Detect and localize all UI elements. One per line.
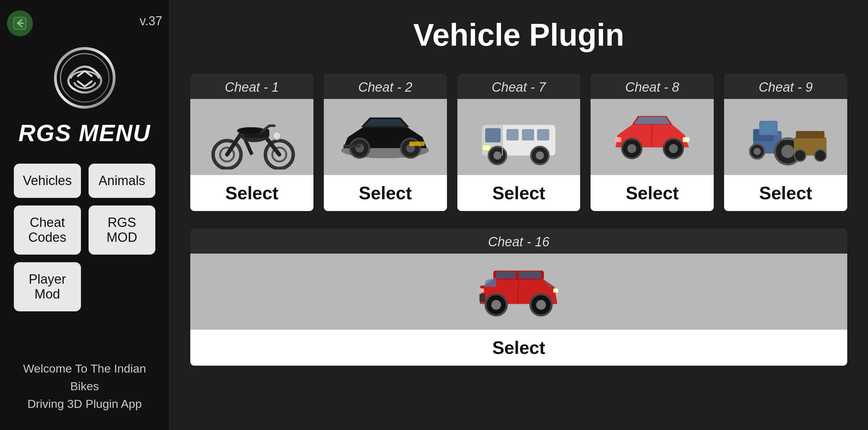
cheat-label-1: Cheat - 1 <box>190 74 313 99</box>
svg-point-32 <box>627 144 636 153</box>
player-mod-button[interactable]: Player Mod <box>14 262 81 311</box>
vehicles-row-1: Cheat - 1 <box>190 74 847 211</box>
welcome-line1: Welcome To The Indian Bikes <box>23 362 146 393</box>
svg-rect-18 <box>410 141 425 146</box>
svg-rect-52 <box>496 271 516 278</box>
svg-point-43 <box>781 145 794 158</box>
svg-rect-29 <box>483 145 490 150</box>
animals-button[interactable]: Animals <box>89 164 156 198</box>
svg-point-10 <box>237 127 262 134</box>
vehicle-image-3 <box>457 99 581 175</box>
sidebar: v.37 <box>0 0 170 430</box>
version-label: v.37 <box>140 14 162 28</box>
cheat-label-2: Cheat - 2 <box>324 74 447 99</box>
select-button-5[interactable]: Select <box>724 175 847 211</box>
select-button-4[interactable]: Select <box>591 175 714 211</box>
svg-rect-23 <box>522 129 534 140</box>
svg-point-45 <box>753 148 761 155</box>
svg-rect-60 <box>479 294 485 302</box>
vehicles-button[interactable]: Vehicles <box>14 164 81 198</box>
select-button-3[interactable]: Select <box>457 175 581 211</box>
sidebar-top: v.37 <box>7 10 162 36</box>
vehicle-card-3: Cheat - 7 <box>457 74 581 211</box>
svg-point-48 <box>794 150 806 161</box>
svg-point-57 <box>536 300 546 310</box>
svg-rect-41 <box>761 123 775 132</box>
vehicle-card-6: Cheat - 16 <box>190 228 847 366</box>
svg-rect-35 <box>683 137 689 142</box>
svg-rect-22 <box>506 129 519 140</box>
svg-point-11 <box>273 131 281 139</box>
cheat-label-6: Cheat - 16 <box>190 228 847 254</box>
svg-rect-36 <box>615 137 621 142</box>
vehicles-row-2: Cheat - 16 <box>190 228 847 366</box>
vehicle-image-2 <box>324 99 447 175</box>
svg-point-49 <box>815 150 826 161</box>
select-button-1[interactable]: Select <box>190 175 313 211</box>
vehicle-image-4 <box>591 99 714 175</box>
menu-title: RGS MENU <box>18 119 150 146</box>
nav-buttons-grid: Vehicles Animals Cheat Codes RGS MOD <box>7 164 162 255</box>
vehicle-image-1 <box>190 99 313 175</box>
vehicle-card-5: Cheat - 9 <box>724 74 847 211</box>
svg-rect-21 <box>485 128 501 142</box>
logo-container <box>54 47 116 112</box>
exit-button[interactable] <box>7 10 33 36</box>
main-content: Vehicle Plugin Cheat - 1 <box>170 0 868 430</box>
svg-point-55 <box>492 300 501 310</box>
cheat-label-4: Cheat - 8 <box>591 74 714 99</box>
svg-point-3 <box>61 54 109 102</box>
svg-rect-59 <box>479 289 484 293</box>
svg-point-26 <box>493 151 502 159</box>
vehicle-image-5 <box>724 99 847 175</box>
rgs-mod-button[interactable]: RGS MOD <box>89 205 156 255</box>
vehicle-card-1: Cheat - 1 <box>190 74 313 211</box>
cheat-label-3: Cheat - 7 <box>457 74 581 99</box>
vehicle-card-2: Cheat - 2 <box>324 74 447 211</box>
svg-rect-24 <box>537 129 549 140</box>
svg-point-34 <box>669 144 678 153</box>
svg-rect-58 <box>554 289 558 293</box>
vehicle-card-4: Cheat - 8 <box>591 74 714 211</box>
svg-point-2 <box>55 48 114 107</box>
select-button-2[interactable]: Select <box>324 175 447 211</box>
cheat-codes-button[interactable]: Cheat Codes <box>14 205 81 255</box>
svg-rect-53 <box>519 271 541 278</box>
plugin-title: Vehicle Plugin <box>190 17 847 53</box>
svg-rect-17 <box>344 145 361 147</box>
rgs-logo <box>54 47 116 109</box>
select-button-6[interactable]: Select <box>190 330 847 366</box>
cheat-label-5: Cheat - 9 <box>724 74 847 99</box>
welcome-text: Welcome To The Indian Bikes Driving 3D P… <box>0 360 169 413</box>
svg-point-28 <box>536 151 544 159</box>
welcome-line2: Driving 3D Plugin App <box>27 397 142 410</box>
vehicle-image-6 <box>190 254 847 330</box>
svg-rect-62 <box>481 285 485 288</box>
svg-rect-50 <box>796 131 825 138</box>
